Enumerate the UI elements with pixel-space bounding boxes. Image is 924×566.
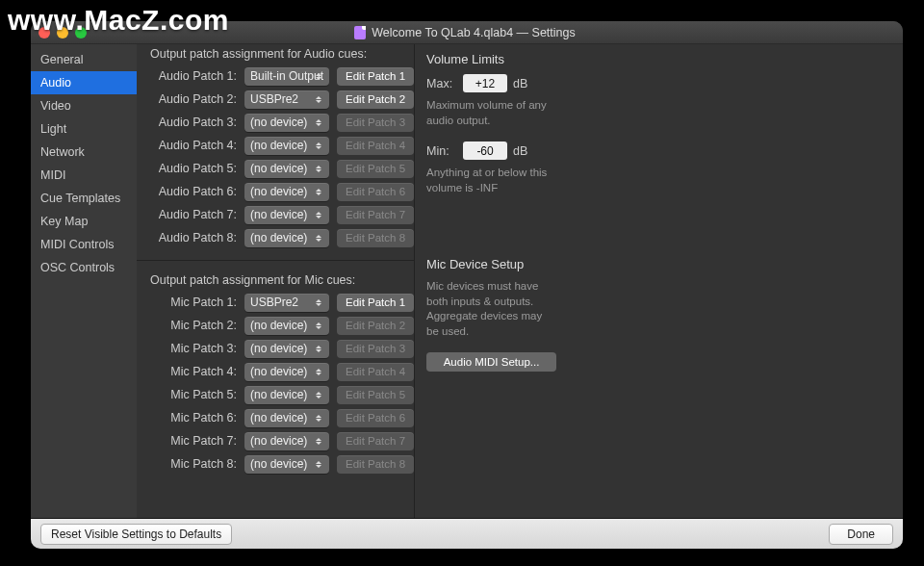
reset-defaults-button[interactable]: Reset Visible Settings to Defaults: [40, 524, 232, 545]
mic-patch-label: Mic Patch 2:: [150, 319, 237, 332]
audio-patch-device-value: (no device): [250, 208, 307, 221]
updown-icon: [312, 411, 325, 425]
audio-patch-edit-button[interactable]: Edit Patch 1: [337, 67, 414, 86]
sidebar-item-light[interactable]: Light: [31, 117, 137, 141]
audio-patch-row: Audio Patch 7:(no device)Edit Patch 7: [150, 204, 414, 225]
audio-patch-edit-button: Edit Patch 4: [337, 137, 414, 155]
mic-patch-label: Mic Patch 6:: [150, 411, 237, 424]
sidebar-item-key-map[interactable]: Key Map: [31, 210, 137, 233]
sidebar-item-midi[interactable]: MIDI: [31, 164, 137, 187]
mic-patch-device-value: (no device): [250, 365, 307, 378]
mic-patch-device-value: USBPre2: [250, 296, 298, 309]
mic-patch-row: Mic Patch 8:(no device)Edit Patch 8: [150, 453, 414, 475]
min-label: Min:: [426, 144, 457, 158]
mic-patch-device-dropdown[interactable]: USBPre2: [244, 294, 329, 312]
mic-patch-device-value: (no device): [250, 342, 307, 355]
sidebar-item-network[interactable]: Network: [31, 141, 137, 164]
audio-patch-label: Audio Patch 7:: [150, 208, 237, 221]
audio-patch-device-dropdown[interactable]: USBPre2: [244, 90, 329, 109]
audio-patch-row: Audio Patch 2:USBPre2Edit Patch 2: [150, 89, 414, 110]
audio-patch-device-dropdown[interactable]: (no device): [244, 114, 329, 132]
mic-device-help: Mic devices must have both inputs & outp…: [426, 279, 556, 339]
mic-patch-label: Mic Patch 8:: [150, 457, 237, 471]
audio-patch-row: Audio Patch 8:(no device)Edit Patch 8: [150, 227, 414, 248]
audio-patch-device-dropdown[interactable]: (no device): [244, 183, 329, 201]
updown-icon: [312, 92, 325, 107]
mic-patch-device-value: (no device): [250, 434, 307, 448]
audio-patch-label: Audio Patch 5:: [150, 162, 237, 175]
audio-patch-edit-button: Edit Patch 8: [337, 229, 414, 247]
sidebar-item-osc-controls[interactable]: OSC Controls: [31, 256, 137, 279]
audio-patch-device-dropdown[interactable]: (no device): [244, 229, 329, 247]
mic-patch-device-dropdown[interactable]: (no device): [244, 455, 329, 474]
sidebar-item-cue-templates[interactable]: Cue Templates: [31, 187, 137, 210]
mic-patch-device-dropdown[interactable]: (no device): [244, 409, 329, 427]
mic-patch-device-dropdown[interactable]: (no device): [244, 432, 329, 450]
updown-icon: [312, 342, 325, 356]
updown-icon: [312, 116, 325, 130]
mic-patch-edit-button: Edit Patch 3: [337, 340, 414, 358]
audio-patch-device-dropdown[interactable]: (no device): [244, 137, 329, 155]
mic-patch-row: Mic Patch 7:(no device)Edit Patch 7: [150, 430, 414, 451]
min-help: Anything at or below this volume is -INF: [426, 166, 556, 195]
sidebar-item-video[interactable]: Video: [31, 94, 137, 117]
audio-patch-row: Audio Patch 3:(no device)Edit Patch 3: [150, 112, 414, 133]
updown-icon: [312, 139, 325, 153]
mic-patch-rows: Mic Patch 1:USBPre2Edit Patch 1Mic Patch…: [137, 292, 414, 476]
mic-patch-label: Mic Patch 4:: [150, 365, 237, 378]
mic-patch-edit-button: Edit Patch 5: [337, 386, 414, 404]
mic-patch-device-dropdown[interactable]: (no device): [244, 340, 329, 358]
audio-patch-row: Audio Patch 1:Built-in OutputEdit Patch …: [150, 65, 414, 87]
mic-patch-device-value: (no device): [250, 319, 307, 332]
volume-limits-title: Volume Limits: [426, 52, 556, 66]
audio-patch-edit-button: Edit Patch 5: [337, 160, 414, 178]
mic-patch-device-value: (no device): [250, 388, 307, 401]
max-label: Max:: [426, 77, 457, 90]
audio-midi-setup-button[interactable]: Audio MIDI Setup...: [426, 352, 556, 372]
mic-patch-label: Mic Patch 3:: [150, 342, 237, 355]
max-help: Maximum volume of any audio output.: [426, 98, 556, 128]
mic-patch-edit-button: Edit Patch 8: [337, 455, 414, 474]
footer: Reset Visible Settings to Defaults Done: [31, 518, 903, 549]
mic-patch-label: Mic Patch 7:: [150, 434, 237, 448]
mic-patch-row: Mic Patch 2:(no device)Edit Patch 2: [150, 315, 414, 336]
audio-patch-device-dropdown[interactable]: (no device): [244, 206, 329, 224]
mic-patch-row: Mic Patch 6:(no device)Edit Patch 6: [150, 407, 414, 428]
mic-patch-edit-button: Edit Patch 6: [337, 409, 414, 427]
settings-window: Welcome To QLab 4.qlab4 — Settings Gener…: [31, 21, 903, 549]
mic-patch-edit-button: Edit Patch 4: [337, 363, 414, 381]
done-button[interactable]: Done: [829, 524, 893, 545]
updown-icon: [312, 319, 325, 333]
max-input[interactable]: +12: [463, 74, 507, 92]
mic-patch-device-dropdown[interactable]: (no device): [244, 363, 329, 381]
mic-patch-edit-button: Edit Patch 2: [337, 317, 414, 335]
audio-patch-row: Audio Patch 5:(no device)Edit Patch 5: [150, 158, 414, 179]
updown-icon: [312, 69, 325, 84]
audio-patch-label: Audio Patch 1:: [150, 69, 237, 83]
mic-patch-edit-button[interactable]: Edit Patch 1: [337, 294, 414, 312]
max-unit: dB: [513, 77, 527, 90]
audio-patch-row: Audio Patch 4:(no device)Edit Patch 4: [150, 135, 414, 156]
updown-icon: [312, 457, 325, 472]
updown-icon: [312, 365, 325, 379]
sidebar-item-midi-controls[interactable]: MIDI Controls: [31, 233, 137, 256]
audio-patch-device-dropdown[interactable]: (no device): [244, 160, 329, 178]
sidebar-item-audio[interactable]: Audio: [31, 71, 137, 94]
sidebar: General Audio Video Light Network MIDI C…: [31, 44, 137, 518]
right-column: Volume Limits Max: +12 dB Maximum volume…: [414, 44, 568, 518]
audio-patch-rows: Audio Patch 1:Built-in OutputEdit Patch …: [137, 65, 414, 250]
audio-patch-device-value: (no device): [250, 116, 307, 129]
mic-patch-device-dropdown[interactable]: (no device): [244, 386, 329, 404]
window-title-text: Welcome To QLab 4.qlab4 — Settings: [372, 26, 575, 39]
audio-patch-label: Audio Patch 3:: [150, 116, 237, 129]
mic-patch-row: Mic Patch 4:(no device)Edit Patch 4: [150, 361, 414, 382]
audio-section-title: Output patch assignment for Audio cues:: [137, 44, 414, 65]
mic-patch-device-dropdown[interactable]: (no device): [244, 317, 329, 335]
mic-section-title: Output patch assignment for Mic cues:: [137, 270, 414, 292]
min-input[interactable]: -60: [463, 142, 507, 160]
sidebar-item-general[interactable]: General: [31, 48, 137, 71]
audio-patch-device-dropdown[interactable]: Built-in Output: [244, 67, 329, 86]
audio-patch-edit-button[interactable]: Edit Patch 2: [337, 90, 414, 109]
mic-patch-device-value: (no device): [250, 457, 307, 471]
updown-icon: [312, 231, 325, 245]
